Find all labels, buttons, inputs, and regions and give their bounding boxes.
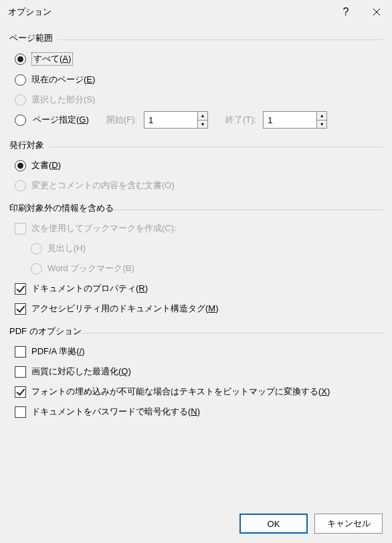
check-doc-props[interactable] <box>15 283 26 295</box>
to-label: 終了(T): <box>225 114 256 126</box>
radio-all-row[interactable]: すべて(A) <box>9 48 383 70</box>
check-structure-tags-label: アクセシビリティ用のドキュメント構造タグ(M) <box>31 303 219 315</box>
help-button[interactable]: ? <box>330 0 361 24</box>
check-doc-props-row[interactable]: ドキュメントのプロパティ(R) <box>9 279 383 299</box>
group-page-range: ページ範囲 <box>9 32 383 44</box>
check-optimize-row[interactable]: 画質に対応した最適化(Q) <box>9 362 383 382</box>
radio-pages[interactable] <box>15 114 26 126</box>
radio-markup-row: 変更とコメントの内容を含む文書(O) <box>9 175 383 196</box>
radio-current-row[interactable]: 現在のページ(E) <box>9 70 383 90</box>
from-spinner[interactable]: ▲▼ <box>144 111 208 129</box>
radio-headings <box>31 243 42 254</box>
radio-markup-label: 変更とコメントの内容を含む文書(O) <box>31 179 175 191</box>
check-optimize[interactable] <box>15 366 26 378</box>
spin-down-icon[interactable]: ▼ <box>317 121 326 129</box>
check-bitmap-label: フォントの埋め込みが不可能な場合はテキストをビットマップに変換する(X) <box>31 386 330 398</box>
options-dialog: オプション ? ページ範囲 すべて(A) 現在のページ(E) 選択した部分(S)… <box>0 0 392 543</box>
group-publish: 発行対象 <box>9 139 383 151</box>
radio-word-bookmarks-label: Word ブックマーク(B) <box>47 262 134 275</box>
check-bitmap[interactable] <box>15 386 26 398</box>
check-encrypt[interactable] <box>15 406 26 418</box>
radio-headings-label: 見出し(H) <box>47 242 86 254</box>
from-label: 開始(F): <box>106 114 137 126</box>
titlebar: オプション ? <box>0 0 392 24</box>
radio-current-label: 現在のページ(E) <box>31 74 95 86</box>
radio-current[interactable] <box>15 74 26 86</box>
radio-document[interactable] <box>15 160 26 171</box>
to-spinner[interactable]: ▲▼ <box>263 111 327 129</box>
from-input[interactable] <box>144 112 197 128</box>
close-icon <box>373 8 381 16</box>
spin-down-icon[interactable]: ▼ <box>198 121 207 129</box>
check-create-bookmarks-row: 次を使用してブックマークを作成(C): <box>9 218 383 238</box>
to-spin-buttons[interactable]: ▲▼ <box>316 112 326 128</box>
radio-headings-row: 見出し(H) <box>9 238 383 258</box>
check-pdfa-row[interactable]: PDF/A 準拠(/) <box>9 341 383 362</box>
check-structure-tags[interactable] <box>15 303 26 315</box>
to-input[interactable] <box>264 112 316 128</box>
radio-word-bookmarks-row: Word ブックマーク(B) <box>9 258 383 279</box>
radio-pages-label: ページ指定(G) <box>33 114 89 126</box>
from-spin-buttons[interactable]: ▲▼ <box>197 112 207 128</box>
radio-selection-label: 選択した部分(S) <box>31 94 95 106</box>
spin-up-icon[interactable]: ▲ <box>198 112 207 121</box>
dialog-footer: OK キャンセル <box>0 504 392 543</box>
radio-selection <box>15 94 26 106</box>
radio-selection-row: 選択した部分(S) <box>9 90 383 110</box>
ok-button[interactable]: OK <box>239 514 308 534</box>
check-pdfa[interactable] <box>15 346 26 358</box>
radio-document-row[interactable]: 文書(D) <box>9 155 383 175</box>
cancel-button[interactable]: キャンセル <box>314 514 383 534</box>
check-create-bookmarks-label: 次を使用してブックマークを作成(C): <box>31 222 177 234</box>
close-button[interactable] <box>361 0 392 24</box>
check-doc-props-label: ドキュメントのプロパティ(R) <box>31 283 148 295</box>
radio-markup <box>15 180 26 191</box>
check-bitmap-row[interactable]: フォントの埋め込みが不可能な場合はテキストをビットマップに変換する(X) <box>9 382 383 402</box>
radio-all-label: すべて(A) <box>31 52 73 66</box>
check-structure-tags-row[interactable]: アクセシビリティ用のドキュメント構造タグ(M) <box>9 299 383 319</box>
dialog-title: オプション <box>8 6 330 18</box>
dialog-content: ページ範囲 すべて(A) 現在のページ(E) 選択した部分(S) ページ指定(G… <box>0 24 392 504</box>
check-encrypt-row[interactable]: ドキュメントをパスワードで暗号化する(N) <box>9 402 383 422</box>
group-nonprinting: 印刷対象外の情報を含める <box>9 202 383 214</box>
spin-up-icon[interactable]: ▲ <box>317 112 326 121</box>
radio-all[interactable] <box>15 54 26 65</box>
check-create-bookmarks <box>15 223 26 234</box>
radio-document-label: 文書(D) <box>31 159 61 171</box>
radio-word-bookmarks <box>31 263 42 275</box>
check-encrypt-label: ドキュメントをパスワードで暗号化する(N) <box>31 406 200 418</box>
group-pdf-options: PDF のオプション <box>9 325 383 337</box>
check-optimize-label: 画質に対応した最適化(Q) <box>31 366 131 378</box>
radio-pages-row: ページ指定(G) 開始(F): ▲▼ 終了(T): ▲▼ <box>9 110 383 133</box>
check-pdfa-label: PDF/A 準拠(/) <box>31 345 84 358</box>
